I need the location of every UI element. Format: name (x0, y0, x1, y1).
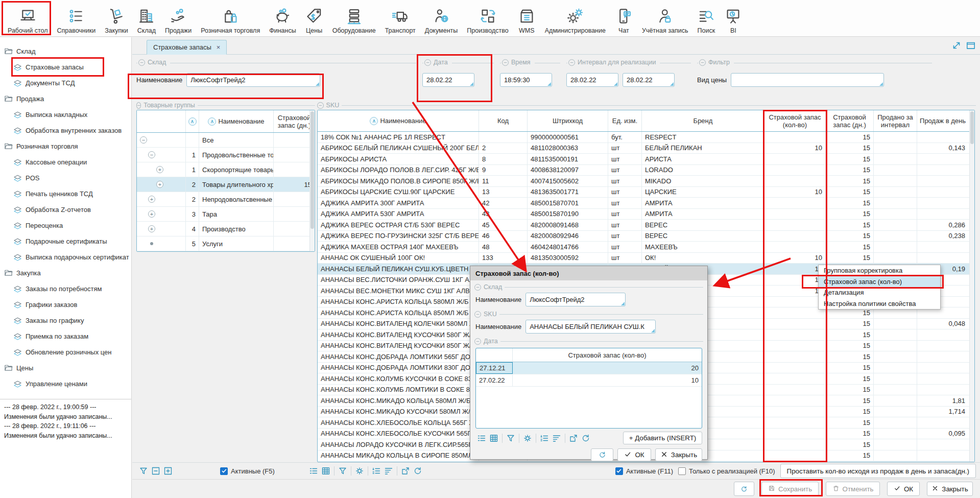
sidebar-item-podarochnye-sertifikaty[interactable]: Подарочные сертификаты (0, 233, 131, 249)
sku-row[interactable]: АБРИКОС БЕЛЫЙ ПЕЛИКАН СУШЕНЫЙ 200Г БЕЛЬ2… (318, 143, 974, 154)
context-menu-item[interactable]: Страховой запас (кол-во) (819, 276, 940, 288)
export-icon[interactable] (567, 433, 580, 444)
toolbar-item-production[interactable]: Производство (462, 2, 513, 35)
toolbar-item-chat[interactable]: Чат (610, 2, 637, 35)
toolbar-item-sales[interactable]: Продажи (160, 2, 196, 35)
toolbar-item-finance[interactable]: Финансы (265, 2, 300, 35)
tree-cell[interactable]: − (137, 133, 186, 147)
grid-icon[interactable] (488, 433, 500, 444)
interval-from-input[interactable] (566, 73, 618, 87)
column-header[interactable]: Бренд (642, 110, 764, 131)
sidebar-item-zakazy-po-potrebnostyam[interactable]: Заказы по потребностям (0, 281, 131, 297)
gear-icon[interactable] (521, 433, 534, 444)
sidebar-item-pechat-cennikov-tsd[interactable]: Печать ценников ТСД (0, 186, 131, 202)
sidebar-item-grafiki-zakazov[interactable]: Графики заказов (0, 297, 131, 313)
group-row[interactable]: 5Услуги (137, 236, 315, 251)
toolbar-item-prices[interactable]: Цены (301, 2, 328, 35)
collapse-group-icon[interactable]: − (568, 59, 575, 66)
collapse-node-icon[interactable]: − (140, 136, 147, 144)
collapse-group-icon[interactable]: − (138, 59, 145, 66)
sort-icon[interactable]: ∧ (188, 117, 197, 126)
toolbar-item-desktop[interactable]: Рабочий стол (3, 2, 52, 35)
stock-date-cell[interactable]: 27.12.21 (476, 362, 513, 374)
column-header[interactable]: Страховой запас (кол-во) (513, 348, 702, 362)
sort-list-icon[interactable] (383, 465, 395, 477)
tree-cell[interactable]: + (137, 222, 186, 236)
column-header[interactable]: Наименование (218, 117, 264, 125)
only-sales-f10-checkbox[interactable]: Только с реализацией (F10) (678, 467, 775, 475)
column-header[interactable]: Продаж в день (917, 110, 968, 131)
toolbar-item-search[interactable]: Поиск (692, 2, 720, 35)
toolbar-item-catalogs[interactable]: Справочники (52, 2, 100, 35)
sidebar-item-pereocenka[interactable]: Переоценка (0, 218, 131, 233)
collapse-all-icon[interactable] (150, 465, 162, 477)
stock-value-cell[interactable]: 20 (513, 362, 702, 374)
sidebar-item-kassovye-operacii[interactable]: Кассовые операции (0, 154, 131, 170)
sku-row[interactable]: АНАНАС ОК СУШЕНЫЙ 100Г ОК!13348135030005… (318, 253, 974, 264)
column-header[interactable]: ∧Наименование (318, 110, 479, 131)
date-input[interactable] (422, 73, 474, 87)
dialog-warehouse-input[interactable] (525, 293, 626, 306)
toolbar-item-purchases[interactable]: Закупки (100, 2, 133, 35)
group-row[interactable]: −1Продовольственные тов (137, 148, 315, 162)
dialog-sku-input[interactable] (525, 320, 656, 334)
refresh-button[interactable] (734, 482, 754, 496)
group-row[interactable]: +1Скоропортящие товары (137, 162, 315, 177)
collapse-group-icon[interactable]: − (424, 59, 431, 66)
toolbar-item-bi[interactable]: BI (720, 2, 747, 35)
close-button[interactable]: Закрыть (927, 482, 973, 496)
interval-to-input[interactable] (623, 73, 675, 87)
tree-cell[interactable]: − (137, 148, 186, 162)
sku-row[interactable]: АДЖИКА ВЕРЕС ОСТРАЯ СТ/Б 530Г ВЕРЕС45482… (318, 220, 974, 231)
filter-icon[interactable] (505, 433, 517, 444)
sidebar-item-zakazy-po-grafiku[interactable]: Заказы по графику (0, 313, 131, 328)
sort-icon[interactable]: ∧ (208, 117, 216, 126)
group-row[interactable]: +2Непродовольтсвенные т (137, 192, 315, 207)
sidebar-item-upravlenie-cenami[interactable]: Управление ценами (0, 376, 131, 392)
dialog-refresh-button[interactable] (591, 448, 613, 461)
sku-row[interactable]: АБРИКОСЫ ЛОРАДО ПОЛОВ.В ЛЕГ.СИР. 425Г Ж/… (318, 165, 974, 176)
stock-value-cell[interactable]: 10 (513, 374, 702, 386)
toolbar-item-administration[interactable]: Администрирование (540, 2, 610, 35)
sidebar-item-vypiska-nakladnyh[interactable]: Выписка накладных (0, 107, 131, 123)
sidebar-item-ceny[interactable]: Цены (0, 360, 131, 376)
tree-cell[interactable]: + (137, 192, 186, 206)
expand-node-icon[interactable]: + (156, 181, 163, 188)
column-header[interactable]: Штрихкод (528, 110, 608, 131)
fill-qty-button[interactable]: Проставить кол-во исходя из продаж в ден… (780, 464, 976, 478)
sku-scrollbar[interactable] (969, 110, 974, 462)
tree-cell[interactable] (137, 236, 186, 251)
tab-strahovye-zapasy[interactable]: Страховые запасы × (147, 40, 227, 55)
filter-icon[interactable] (337, 465, 349, 477)
sku-row[interactable]: АБРИКОСЫ ЦАРСКИЕ СУШ.90Г ЦАРСКИЕ13481363… (318, 187, 974, 198)
context-menu-item[interactable]: Групповая корректировка (819, 265, 940, 276)
collapse-node-icon[interactable]: − (148, 151, 155, 158)
numbered-list-icon[interactable] (370, 465, 383, 477)
sidebar-item-dokumenty-tsd[interactable]: Документы ТСД (0, 75, 131, 91)
collapse-group-icon[interactable]: − (502, 59, 509, 66)
dialog-stock-row[interactable]: 27.02.2210 (476, 374, 702, 387)
expand-node-icon[interactable]: + (148, 196, 155, 203)
toolbar-item-transport[interactable]: Транспорт (380, 2, 420, 35)
expand-node-icon[interactable]: + (148, 225, 155, 232)
column-header[interactable]: Продано за интервал (874, 110, 917, 131)
stock-date-cell[interactable]: 27.02.22 (476, 374, 513, 386)
export-icon[interactable] (399, 465, 412, 477)
collapse-group-icon[interactable]: − (699, 59, 706, 66)
sidebar-item-roznichnaya-torgovlya[interactable]: Розничная торговля (0, 138, 131, 154)
warehouse-name-input[interactable] (186, 73, 320, 87)
list-check-icon[interactable] (475, 433, 488, 444)
tree-cell[interactable]: + (137, 162, 186, 177)
context-menu-item[interactable]: Детализация (819, 287, 940, 298)
toolbar-item-wms[interactable]: WMS (513, 2, 540, 35)
save-button[interactable]: Сохранить (761, 482, 819, 496)
group-row[interactable]: −Все (137, 133, 315, 148)
group-row[interactable]: +4Производство (137, 222, 315, 236)
expand-node-icon[interactable]: + (148, 210, 155, 218)
expand-all-icon[interactable] (162, 465, 174, 477)
price-type-input[interactable] (731, 73, 884, 87)
sidebar-item-pos[interactable]: POS (0, 170, 131, 186)
context-menu-item[interactable]: Настройка политики свойства (819, 298, 940, 310)
filter-icon[interactable] (137, 465, 150, 477)
toolbar-item-account[interactable]: Учётная запись (637, 2, 692, 35)
